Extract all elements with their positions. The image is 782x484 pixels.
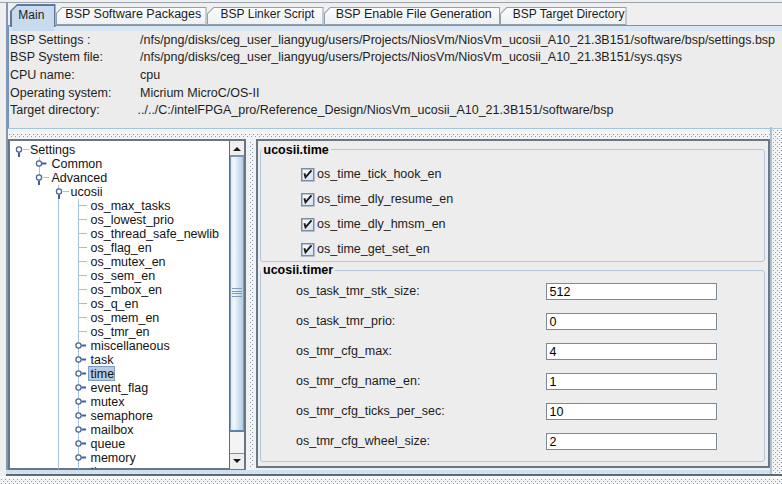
svg-text:ucosii: ucosii: [71, 185, 103, 199]
svg-text:time: time: [91, 367, 115, 381]
svg-text:os_sem_en: os_sem_en: [91, 269, 156, 283]
svg-text:memory: memory: [91, 451, 137, 465]
svg-text:mailbox: mailbox: [91, 423, 135, 437]
svg-text:Advanced: Advanced: [52, 171, 108, 185]
svg-text:task: task: [91, 353, 115, 367]
svg-text:event_flag: event_flag: [91, 381, 149, 395]
svg-text:os_lowest_prio: os_lowest_prio: [91, 213, 174, 227]
svg-text:mutex: mutex: [91, 395, 126, 409]
svg-text:Common: Common: [52, 157, 103, 171]
svg-text:os_mem_en: os_mem_en: [91, 311, 160, 325]
svg-text:os_mutex_en: os_mutex_en: [91, 255, 166, 269]
svg-text:os_q_en: os_q_en: [91, 297, 139, 311]
svg-text:Settings: Settings: [30, 143, 75, 157]
svg-text:os_mbox_en: os_mbox_en: [91, 283, 163, 297]
svg-text:queue: queue: [91, 437, 126, 451]
svg-text:miscellaneous: miscellaneous: [91, 339, 170, 353]
svg-text:os_max_tasks: os_max_tasks: [91, 199, 171, 213]
svg-text:os_tmr_en: os_tmr_en: [91, 325, 150, 339]
svg-text:os_thread_safe_newlib: os_thread_safe_newlib: [91, 227, 220, 241]
svg-text:os_flag_en: os_flag_en: [91, 241, 152, 255]
svg-text:semaphore: semaphore: [91, 409, 154, 423]
svg-text:timer: timer: [91, 465, 119, 470]
